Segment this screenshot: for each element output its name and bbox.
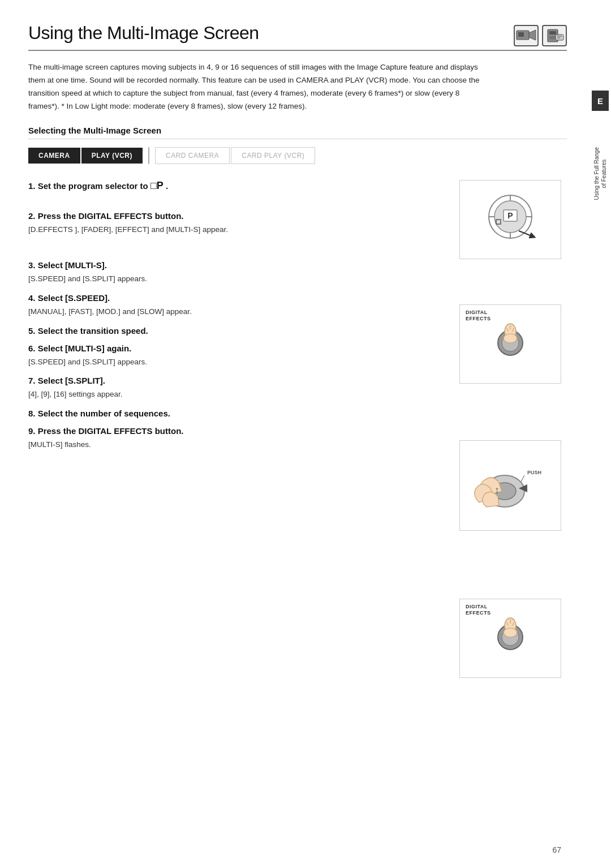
page-number: 67 xyxy=(552,845,561,854)
svg-text:P: P xyxy=(507,211,513,220)
step-8: 8. Select the number of sequences. xyxy=(28,409,442,418)
prog-selector-svg: P xyxy=(465,186,556,253)
step-spacer-1b xyxy=(28,205,442,211)
title-divider xyxy=(28,50,567,51)
step-8-title: 8. Select the number of sequences. xyxy=(28,409,442,418)
step-3: 3. Select [MULTI-S]. [S.SPEED] and [S.SP… xyxy=(28,260,442,285)
step-1-title: 1. Set the program selector to □P . xyxy=(28,180,442,192)
tab-play-vcr[interactable]: PLAY (VCR) xyxy=(81,148,143,164)
mode-tabs: CAMERA PLAY (VCR) CARD CAMERA CARD PLAY … xyxy=(28,147,567,164)
svg-rect-2 xyxy=(518,32,524,37)
step-3-desc: [S.SPEED] and [S.SPLIT] appears. xyxy=(28,273,442,285)
step-4: 4. Select [S.SPEED]. [MANUAL], [FAST], [… xyxy=(28,293,442,318)
svg-text:PUSH: PUSH xyxy=(527,470,541,475)
step-6: 6. Select [MULTI-S] again. [S.SPEED] and… xyxy=(28,343,442,368)
tab-card-play-vcr[interactable]: CARD PLAY (VCR) xyxy=(231,147,315,164)
camera-icon-box xyxy=(514,25,539,46)
svg-rect-7 xyxy=(556,35,563,40)
step-3-title: 3. Select [MULTI-S]. xyxy=(28,260,442,270)
illus-digital-effects-2: DIGITALEFFECTS xyxy=(459,599,561,678)
step-2-title: 2. Press the DIGITAL EFFECTS button. xyxy=(28,211,442,221)
step-6-desc: [S.SPEED] and [S.SPLIT] appears. xyxy=(28,356,442,368)
tab-separator xyxy=(148,147,149,164)
step-9: 9. Press the DIGITAL EFFECTS button. [MU… xyxy=(28,426,442,451)
intro-text: The multi-image screen captures moving s… xyxy=(28,61,492,113)
illus-prog-selector: P xyxy=(459,180,561,259)
step-7-desc: [4], [9], [16] settings appear. xyxy=(28,388,442,401)
step-6-title: 6. Select [MULTI-S] again. xyxy=(28,343,442,353)
side-label: Using the Full Range of Features xyxy=(593,147,608,200)
step-4-title: 4. Select [S.SPEED]. xyxy=(28,293,442,303)
svg-point-36 xyxy=(504,628,517,637)
title-icons xyxy=(514,25,567,46)
step-spacer-2 xyxy=(28,243,442,249)
right-tab: E Using the Full Range of Features xyxy=(590,0,611,868)
illus-joystick: PUSH ↕ xyxy=(459,440,561,531)
illus-digital-effects-1: DIGITALEFFECTS xyxy=(459,304,561,384)
step-spacer-2b xyxy=(28,249,442,255)
step-2: 2. Press the DIGITAL EFFECTS button. [D.… xyxy=(28,211,442,236)
e-tab: E xyxy=(592,91,609,111)
camera-icon xyxy=(516,28,536,44)
main-content: Using the Multi-Image Screen xyxy=(0,0,590,868)
page-wrapper: Using the Multi-Image Screen xyxy=(0,0,611,868)
step-7: 7. Select [S.SPLIT]. [4], [9], [16] sett… xyxy=(28,376,442,401)
page-title: Using the Multi-Image Screen xyxy=(28,23,259,44)
svg-text:↕: ↕ xyxy=(494,484,500,496)
steps-images: P DIGITALEFFE xyxy=(454,180,567,678)
step-7-title: 7. Select [S.SPLIT]. xyxy=(28,376,442,385)
step-1: 1. Set the program selector to □P . xyxy=(28,180,442,192)
title-row: Using the Multi-Image Screen xyxy=(28,23,567,46)
svg-point-23 xyxy=(504,334,517,343)
steps-area: 1. Set the program selector to □P . 2. P… xyxy=(28,180,567,678)
step-4-desc: [MANUAL], [FAST], [MOD.] and [SLOW] appe… xyxy=(28,306,442,318)
section-heading: Selecting the Multi-Image Screen xyxy=(28,126,567,135)
memory-card-icon xyxy=(544,28,565,44)
step-spacer-2c xyxy=(28,255,442,260)
step-5-title: 5. Select the transition speed. xyxy=(28,326,442,336)
tab-camera[interactable]: CAMERA xyxy=(28,148,80,164)
step-1-symbol: □P xyxy=(150,180,163,191)
svg-rect-4 xyxy=(549,31,556,35)
tab-card-camera[interactable]: CARD CAMERA xyxy=(155,147,230,164)
memory-card-icon-box xyxy=(542,25,567,46)
step-9-title: 9. Press the DIGITAL EFFECTS button. xyxy=(28,426,442,436)
steps-text: 1. Set the program selector to □P . 2. P… xyxy=(28,180,454,678)
step-2-desc: [D.EFFECTS ], [FADER], [EFFECT] and [MUL… xyxy=(28,224,442,236)
joystick-svg: PUSH ↕ xyxy=(465,446,556,525)
step-spacer-1 xyxy=(28,200,442,205)
dotted-divider xyxy=(28,139,567,139)
step-5: 5. Select the transition speed. xyxy=(28,326,442,336)
svg-marker-1 xyxy=(529,30,536,40)
step-9-desc: [MULTI-S] flashes. xyxy=(28,439,442,451)
